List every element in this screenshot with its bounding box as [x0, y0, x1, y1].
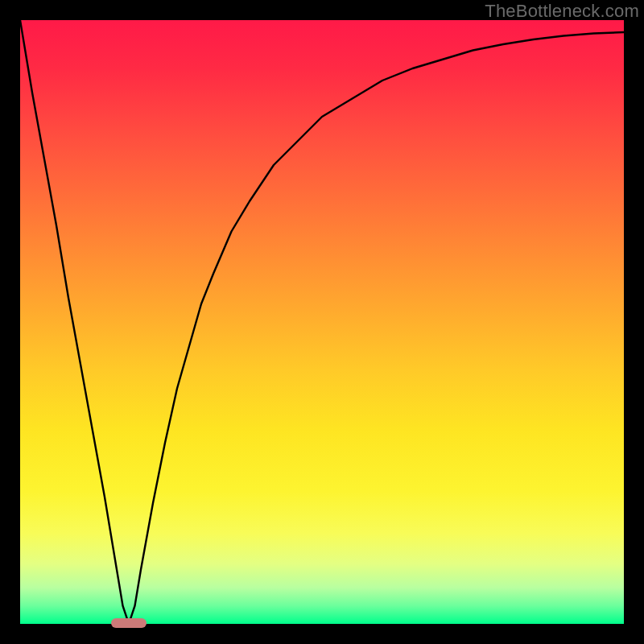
chart-frame: TheBottleneck.com	[0, 0, 644, 644]
watermark-text: TheBottleneck.com	[485, 1, 639, 22]
minimum-marker	[111, 618, 147, 628]
plot-area	[20, 20, 624, 624]
bottleneck-curve	[20, 20, 624, 624]
